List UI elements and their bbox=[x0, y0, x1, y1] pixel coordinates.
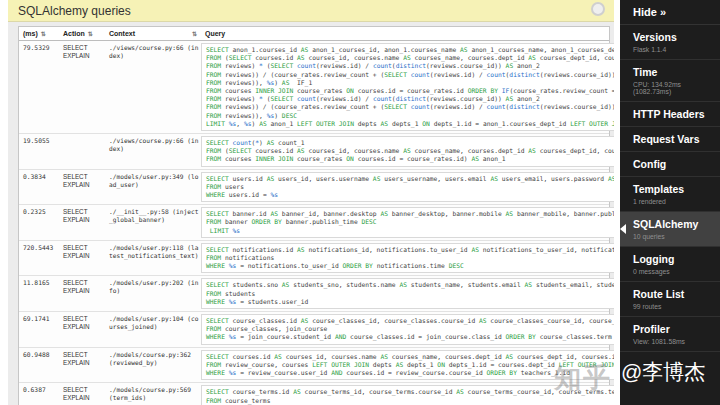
query-context: ./views/course.py:66 (index) bbox=[105, 41, 201, 133]
table-row: 19.5055./views/course.py:66 (index)SELEC… bbox=[19, 134, 609, 170]
query-action: SELECTEXPLAIN bbox=[59, 170, 105, 205]
table-row: 0.2325SELECTEXPLAIN./__init__.py:58 (inj… bbox=[19, 205, 609, 241]
query-context: ./__init__.py:58 (inject_global_banner) bbox=[105, 205, 201, 240]
query-duration: 69.1741 bbox=[19, 312, 59, 347]
query-duration: 720.5443 bbox=[19, 241, 59, 276]
panel-title: SQLAlchemy queries bbox=[18, 4, 131, 18]
query-sql[interactable]: SELECT students.sno AS students_sno, stu… bbox=[201, 278, 614, 309]
query-duration: 19.5055 bbox=[19, 134, 59, 169]
query-context: ./models/course.py:569 (term_ids) bbox=[105, 383, 201, 405]
query-duration: 0.3834 bbox=[19, 170, 59, 205]
sidebar-items: VersionsFlask 1.1.4TimeCPU: 134.92ms (10… bbox=[620, 25, 720, 352]
query-action: SELECTEXPLAIN bbox=[59, 276, 105, 311]
action-select-link[interactable]: SELECT bbox=[63, 244, 103, 252]
table-row: 720.5443SELECTEXPLAIN./models/user.py:11… bbox=[19, 241, 609, 277]
sidebar-item-http-headers[interactable]: HTTP Headers bbox=[620, 102, 720, 127]
action-select-link[interactable]: SELECT bbox=[63, 208, 103, 216]
action-explain-link[interactable]: EXPLAIN bbox=[63, 181, 103, 189]
sidebar-item-label: Profiler bbox=[633, 323, 716, 335]
panel-header: SQLAlchemy queries bbox=[8, 0, 614, 22]
query-action bbox=[59, 134, 105, 169]
query-action: SELECTEXPLAIN bbox=[59, 348, 105, 383]
action-select-link[interactable]: SELECT bbox=[63, 315, 103, 323]
sidebar-item-sublabel: Flask 1.1.4 bbox=[633, 46, 716, 53]
action-select-link[interactable]: SELECT bbox=[63, 386, 103, 394]
query-context: ./views/course.py:66 (index) bbox=[105, 134, 201, 169]
action-select-link[interactable]: SELECT bbox=[63, 173, 103, 181]
sidebar-item-label: SQLAlchemy bbox=[633, 218, 716, 230]
query-table-body: 79.5329SELECTEXPLAIN./views/course.py:66… bbox=[19, 41, 609, 405]
query-context: ./models/course.py:362 (reviewed_by) bbox=[105, 348, 201, 383]
sidebar-item-config[interactable]: Config bbox=[620, 152, 720, 177]
sidebar-item-logging[interactable]: Logging0 messages bbox=[620, 247, 720, 282]
queries-table: (ms)⇅Action⇅Context⇅Query 79.5329SELECTE… bbox=[18, 26, 610, 405]
query-duration: 11.8165 bbox=[19, 276, 59, 311]
action-explain-link[interactable]: EXPLAIN bbox=[63, 394, 103, 402]
sidebar-item-route-list[interactable]: Route List99 routes bbox=[620, 282, 720, 317]
sidebar-item-label: Route List bbox=[633, 288, 716, 300]
hide-toolbar-button[interactable]: Hide » bbox=[620, 0, 720, 25]
query-action: SELECTEXPLAIN bbox=[59, 383, 105, 405]
action-select-link[interactable]: SELECT bbox=[63, 279, 103, 287]
table-row: 11.8165SELECTEXPLAIN./models/user.py:202… bbox=[19, 276, 609, 312]
column-header-action[interactable]: Action⇅ bbox=[59, 27, 105, 40]
watermark-author: @李博杰 bbox=[621, 358, 705, 386]
query-action: SELECTEXPLAIN bbox=[59, 241, 105, 276]
query-sql[interactable]: SELECT courses.id AS courses_id, courses… bbox=[201, 350, 614, 381]
query-sql[interactable]: SELECT course_classes.id AS course_class… bbox=[201, 314, 614, 345]
watermark-site-logo: 知乎 bbox=[554, 360, 612, 396]
action-select-link[interactable]: SELECT bbox=[63, 351, 103, 359]
table-row: 69.1741SELECTEXPLAIN./models/user.py:104… bbox=[19, 312, 609, 348]
sidebar-item-templates[interactable]: Templates1 rendered bbox=[620, 177, 720, 212]
sidebar-item-sublabel: 10 queries bbox=[633, 233, 716, 240]
query-action: SELECTEXPLAIN bbox=[59, 41, 105, 133]
query-sql[interactable]: SELECT banner.id AS banner_id, banner.de… bbox=[201, 207, 614, 238]
query-sql[interactable]: SELECT course_terms.id AS course_terms_i… bbox=[201, 385, 614, 405]
sidebar-item-sublabel: CPU: 134.92ms (1082.73ms) bbox=[633, 81, 716, 95]
sidebar-item-label: Time bbox=[633, 66, 716, 78]
query-sql[interactable]: SELECT notifications.id AS notifications… bbox=[201, 243, 614, 274]
sidebar-item-profiler[interactable]: ProfilerView: 1081.58ms bbox=[620, 317, 720, 352]
action-explain-link[interactable]: EXPLAIN bbox=[63, 287, 103, 295]
sidebar-item-sublabel: 99 routes bbox=[633, 303, 716, 310]
column-header-query[interactable]: Query bbox=[201, 27, 609, 40]
table-row: 79.5329SELECTEXPLAIN./views/course.py:66… bbox=[19, 41, 609, 134]
query-context: ./models/user.py:104 (courses_joined) bbox=[105, 312, 201, 347]
debug-toolbar-sidebar: Hide » VersionsFlask 1.1.4TimeCPU: 134.9… bbox=[620, 0, 720, 405]
sort-icon: ⇅ bbox=[88, 30, 93, 37]
sidebar-item-label: Templates bbox=[633, 183, 716, 195]
sidebar-item-label: Config bbox=[633, 158, 716, 170]
table-row: 0.3834SELECTEXPLAIN./models/user.py:349 … bbox=[19, 170, 609, 206]
action-explain-link[interactable]: EXPLAIN bbox=[63, 323, 103, 331]
table-row: 0.6387SELECTEXPLAIN./models/course.py:56… bbox=[19, 383, 609, 405]
query-sql[interactable]: SELECT anon_1.courses_id AS anon_1_cours… bbox=[201, 43, 614, 131]
sidebar-item-label: Request Vars bbox=[633, 133, 716, 145]
sidebar-item-label: Versions bbox=[633, 31, 716, 43]
action-explain-link[interactable]: EXPLAIN bbox=[63, 52, 103, 60]
column-header-ms[interactable]: (ms)⇅ bbox=[19, 27, 59, 40]
query-context: ./models/user.py:202 (info) bbox=[105, 276, 201, 311]
sidebar-item-sublabel: View: 1081.58ms bbox=[633, 338, 716, 345]
action-select-link[interactable]: SELECT bbox=[63, 44, 103, 52]
query-sql[interactable]: SELECT count(*) AS count_1 FROM (SELECT … bbox=[201, 136, 614, 167]
action-explain-link[interactable]: EXPLAIN bbox=[63, 359, 103, 367]
column-header-context[interactable]: Context⇅ bbox=[105, 27, 201, 40]
table-row: 60.9488SELECTEXPLAIN./models/course.py:3… bbox=[19, 348, 609, 384]
action-explain-link[interactable]: EXPLAIN bbox=[63, 252, 103, 260]
sidebar-item-sublabel: 1 rendered bbox=[633, 198, 716, 205]
circle-button-icon[interactable] bbox=[591, 2, 605, 16]
query-context: ./models/user.py:118 (latest_notificatio… bbox=[105, 241, 201, 276]
sidebar-item-sqlalchemy[interactable]: SQLAlchemy10 queries bbox=[620, 212, 720, 247]
sidebar-item-label: HTTP Headers bbox=[633, 108, 716, 120]
query-sql[interactable]: SELECT users.id AS users_id, users.usern… bbox=[201, 172, 614, 203]
table-header-row: (ms)⇅Action⇅Context⇅Query bbox=[19, 27, 609, 41]
active-panel-arrow-icon bbox=[620, 224, 626, 234]
action-explain-link[interactable]: EXPLAIN bbox=[63, 216, 103, 224]
sidebar-item-label: Logging bbox=[633, 253, 716, 265]
sidebar-item-time[interactable]: TimeCPU: 134.92ms (1082.73ms) bbox=[620, 60, 720, 102]
sidebar-item-sublabel: 0 messages bbox=[633, 268, 716, 275]
query-action: SELECTEXPLAIN bbox=[59, 312, 105, 347]
sort-icon: ⇅ bbox=[192, 30, 197, 37]
sidebar-item-request-vars[interactable]: Request Vars bbox=[620, 127, 720, 152]
sidebar-item-versions[interactable]: VersionsFlask 1.1.4 bbox=[620, 25, 720, 60]
